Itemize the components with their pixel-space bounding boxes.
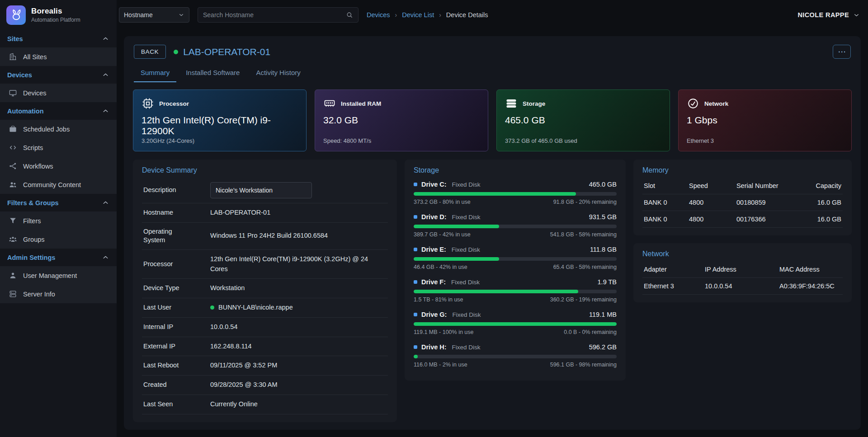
- table-cell: 4800: [689, 216, 736, 223]
- tab-activity-history[interactable]: Activity History: [249, 64, 307, 82]
- search-icon: [346, 11, 353, 19]
- stat-card-value: 12th Gen Intel(R) Core(TM) i9-12900K: [142, 115, 298, 136]
- sidebar-item-all-sites[interactable]: All Sites: [0, 47, 117, 66]
- main-column: Hostname Devices›Device List›Device Deta…: [117, 0, 868, 437]
- drive-header: Drive G:Fixed Disk119.1 MB: [414, 311, 617, 318]
- sidebar-section-label: Filters & Groups: [7, 199, 59, 207]
- summary-row-created: Created09/28/2025 @ 3:30 AM: [142, 376, 388, 395]
- drive-remaining: 91.8 GB - 20% remaining: [553, 199, 617, 205]
- back-button[interactable]: BACK: [134, 45, 166, 59]
- drive-used: 116.0 MB - 2% in use: [414, 362, 467, 368]
- summary-label: External IP: [143, 342, 194, 351]
- breadcrumb-device-list[interactable]: Device List: [402, 11, 434, 19]
- breadcrumb-devices[interactable]: Devices: [367, 11, 390, 19]
- tab-installed-software[interactable]: Installed Software: [179, 64, 246, 82]
- drive-type: Fixed Disk: [452, 344, 481, 351]
- drive-used: 119.1 MB - 100% in use: [414, 329, 473, 335]
- description-input[interactable]: [210, 182, 312, 198]
- drive-bullet-icon: [414, 313, 417, 316]
- breadcrumb-separator: ›: [395, 11, 397, 19]
- sidebar-item-filters[interactable]: Filters: [0, 211, 117, 230]
- workflow-icon: [9, 162, 17, 170]
- stat-card-processor: Processor12th Gen Intel(R) Core(TM) i9-1…: [133, 89, 307, 151]
- stat-card-network: Network1 GbpsEthernet 3: [678, 89, 852, 151]
- hostname-dropdown[interactable]: Hostname: [119, 7, 189, 23]
- summary-label: Internal IP: [143, 323, 194, 332]
- sidebar-item-label: Groups: [23, 236, 45, 243]
- stat-card-value: 465.0 GB: [505, 115, 661, 126]
- drive-list: Drive C:Fixed Disk465.0 GB373.2 GB - 80%…: [414, 178, 617, 370]
- drive-drive-d: Drive D:Fixed Disk931.5 GB389.7 GB - 42%…: [414, 210, 617, 240]
- brand-logo: [6, 5, 26, 25]
- user-name: NICOLE RAPPE: [797, 11, 849, 19]
- sidebar-item-community-content[interactable]: Community Content: [0, 175, 117, 194]
- drive-remaining: 596.1 GB - 98% remaining: [550, 362, 617, 368]
- sidebar-section-filters-groups[interactable]: Filters & Groups: [0, 194, 117, 211]
- ram-icon: [323, 97, 336, 110]
- sidebar-section-devices[interactable]: Devices: [0, 66, 117, 84]
- server-icon: [9, 290, 17, 298]
- summary-value: Currently Online: [210, 399, 258, 409]
- user-icon: [9, 271, 17, 280]
- sidebar-section-sites[interactable]: Sites: [0, 30, 117, 47]
- summary-row-description: Description: [142, 178, 388, 203]
- sidebar-item-devices[interactable]: Devices: [0, 84, 117, 102]
- summary-value: BUNNY-LAB\nicole.rappe: [210, 303, 293, 313]
- table-cell: Ethernet 3: [644, 282, 705, 290]
- sidebar-item-scheduled-jobs[interactable]: Scheduled Jobs: [0, 120, 117, 138]
- sidebar-item-scripts[interactable]: Scripts: [0, 138, 117, 157]
- sidebar-section-automation[interactable]: Automation: [0, 102, 117, 120]
- table-cell: 16.0 GB: [807, 199, 841, 206]
- drive-bullet-icon: [414, 280, 417, 284]
- memory-panel: Memory SlotSpeedSerial NumberCapacityBAN…: [633, 160, 852, 235]
- drive-header: Drive C:Fixed Disk465.0 GB: [414, 181, 617, 188]
- sidebar-item-groups[interactable]: Groups: [0, 230, 117, 249]
- drive-usage-bar: [414, 225, 617, 228]
- drive-remaining: 360.2 GB - 19% remaining: [550, 296, 617, 303]
- sidebar-item-user-management[interactable]: User Management: [0, 266, 117, 285]
- drive-usage-bar: [414, 355, 617, 358]
- drive-capacity: 111.8 GB: [590, 246, 617, 253]
- sidebar-item-workflows[interactable]: Workflows: [0, 157, 117, 175]
- device-summary-rows: DescriptionHostnameLAB-OPERATOR-01Operat…: [142, 178, 388, 414]
- summary-row-internal-ip: Internal IP10.0.0.54: [142, 318, 388, 337]
- drive-capacity: 465.0 GB: [589, 181, 617, 188]
- summary-row-operating-system: Operating SystemWindows 11 Pro 24H2 Buil…: [142, 223, 388, 250]
- summary-value: Windows 11 Pro 24H2 Build 26100.6584: [210, 231, 328, 241]
- sidebar-nav: SitesAll SitesDevicesDevicesAutomationSc…: [0, 30, 117, 303]
- drive-stats: 119.1 MB - 100% in use0.0 B - 0% remaini…: [414, 329, 617, 335]
- breadcrumb-device-details: Device Details: [446, 11, 488, 19]
- table-row: Ethernet 310.0.0.54A0:36:9F:94:26:5C: [642, 278, 843, 295]
- drive-used: 373.2 GB - 80% in use: [414, 199, 471, 205]
- summary-label: Hostname: [143, 208, 194, 217]
- table-cell: BANK 0: [644, 199, 689, 206]
- memory-table: SlotSpeedSerial NumberCapacityBANK 04800…: [642, 178, 843, 228]
- stat-card-label: Installed RAM: [341, 100, 381, 107]
- tab-bar: SummaryInstalled SoftwareActivity Histor…: [133, 64, 852, 82]
- drive-bullet-icon: [414, 345, 417, 349]
- table-header-row: SlotSpeedSerial NumberCapacity: [642, 178, 843, 194]
- device-summary-panel: Device Summary DescriptionHostnameLAB-OP…: [133, 160, 397, 422]
- stat-card-value: 1 Gbps: [687, 115, 843, 126]
- more-actions-button[interactable]: ⋯: [833, 45, 851, 59]
- drive-stats: 1.5 TB - 81% in use360.2 GB - 19% remain…: [414, 296, 617, 303]
- drive-name: Drive H:: [421, 343, 447, 351]
- stat-card-footer: 3.20GHz (24-Cores): [142, 137, 298, 144]
- sidebar-section-admin-settings[interactable]: Admin Settings: [0, 249, 117, 266]
- table-header-cell: IP Address: [705, 266, 779, 273]
- search-box[interactable]: [198, 7, 359, 23]
- drive-header: Drive E:Fixed Disk111.8 GB: [414, 246, 617, 253]
- sidebar-item-server-info[interactable]: Server Info: [0, 285, 117, 303]
- user-menu[interactable]: NICOLE RAPPE: [797, 11, 860, 19]
- stat-card-label: Storage: [523, 100, 545, 107]
- drive-bullet-icon: [414, 183, 417, 186]
- sidebar-item-label: Filters: [23, 217, 41, 225]
- tab-summary[interactable]: Summary: [134, 64, 176, 82]
- sidebar-item-label: Server Info: [23, 291, 55, 298]
- sidebar-item-label: Devices: [23, 89, 47, 97]
- chevron-up-icon: [102, 35, 109, 42]
- chevron-up-icon: [102, 199, 109, 207]
- search-input[interactable]: [203, 11, 342, 19]
- memory-title: Memory: [642, 166, 843, 174]
- drive-name: Drive G:: [421, 311, 447, 318]
